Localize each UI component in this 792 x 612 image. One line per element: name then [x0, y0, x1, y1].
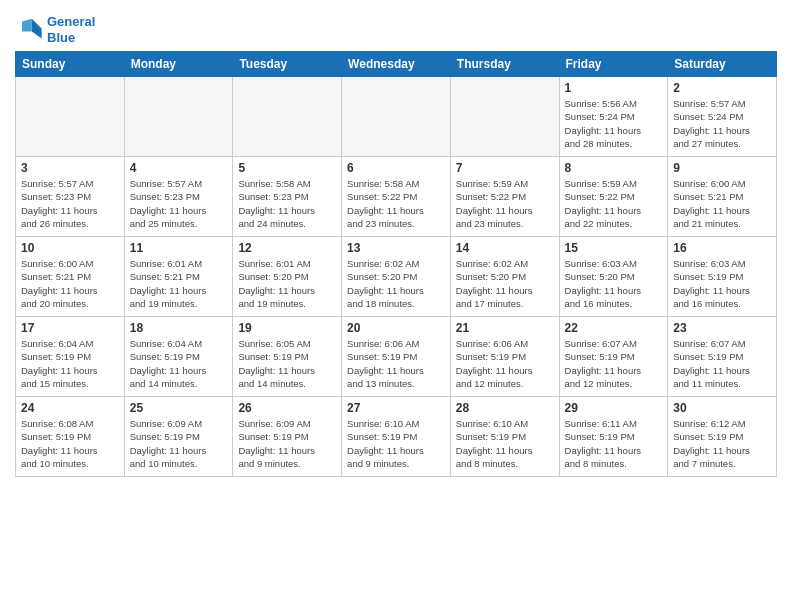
week-row-2: 3Sunrise: 5:57 AM Sunset: 5:23 PM Daylig… — [16, 157, 777, 237]
logo-icon — [15, 16, 43, 44]
week-row-1: 1Sunrise: 5:56 AM Sunset: 5:24 PM Daylig… — [16, 77, 777, 157]
day-info: Sunrise: 6:06 AM Sunset: 5:19 PM Dayligh… — [347, 337, 445, 390]
day-number: 5 — [238, 161, 336, 175]
day-info: Sunrise: 5:56 AM Sunset: 5:24 PM Dayligh… — [565, 97, 663, 150]
calendar-cell — [450, 77, 559, 157]
day-number: 9 — [673, 161, 771, 175]
day-info: Sunrise: 6:11 AM Sunset: 5:19 PM Dayligh… — [565, 417, 663, 470]
calendar-cell — [342, 77, 451, 157]
day-number: 18 — [130, 321, 228, 335]
day-info: Sunrise: 6:01 AM Sunset: 5:20 PM Dayligh… — [238, 257, 336, 310]
day-number: 28 — [456, 401, 554, 415]
day-info: Sunrise: 6:09 AM Sunset: 5:19 PM Dayligh… — [238, 417, 336, 470]
week-row-5: 24Sunrise: 6:08 AM Sunset: 5:19 PM Dayli… — [16, 397, 777, 477]
day-info: Sunrise: 6:12 AM Sunset: 5:19 PM Dayligh… — [673, 417, 771, 470]
calendar-cell: 18Sunrise: 6:04 AM Sunset: 5:19 PM Dayli… — [124, 317, 233, 397]
calendar-cell: 26Sunrise: 6:09 AM Sunset: 5:19 PM Dayli… — [233, 397, 342, 477]
day-info: Sunrise: 6:02 AM Sunset: 5:20 PM Dayligh… — [347, 257, 445, 310]
weekday-header-saturday: Saturday — [668, 52, 777, 77]
calendar-cell: 16Sunrise: 6:03 AM Sunset: 5:19 PM Dayli… — [668, 237, 777, 317]
day-info: Sunrise: 6:05 AM Sunset: 5:19 PM Dayligh… — [238, 337, 336, 390]
day-info: Sunrise: 6:08 AM Sunset: 5:19 PM Dayligh… — [21, 417, 119, 470]
weekday-header-monday: Monday — [124, 52, 233, 77]
day-info: Sunrise: 5:57 AM Sunset: 5:23 PM Dayligh… — [21, 177, 119, 230]
calendar-cell: 30Sunrise: 6:12 AM Sunset: 5:19 PM Dayli… — [668, 397, 777, 477]
calendar-cell: 28Sunrise: 6:10 AM Sunset: 5:19 PM Dayli… — [450, 397, 559, 477]
day-info: Sunrise: 5:57 AM Sunset: 5:23 PM Dayligh… — [130, 177, 228, 230]
day-number: 26 — [238, 401, 336, 415]
calendar-cell: 3Sunrise: 5:57 AM Sunset: 5:23 PM Daylig… — [16, 157, 125, 237]
day-info: Sunrise: 6:07 AM Sunset: 5:19 PM Dayligh… — [565, 337, 663, 390]
day-number: 8 — [565, 161, 663, 175]
calendar-cell: 23Sunrise: 6:07 AM Sunset: 5:19 PM Dayli… — [668, 317, 777, 397]
calendar-cell: 13Sunrise: 6:02 AM Sunset: 5:20 PM Dayli… — [342, 237, 451, 317]
day-number: 20 — [347, 321, 445, 335]
day-info: Sunrise: 6:06 AM Sunset: 5:19 PM Dayligh… — [456, 337, 554, 390]
calendar-cell: 4Sunrise: 5:57 AM Sunset: 5:23 PM Daylig… — [124, 157, 233, 237]
day-info: Sunrise: 5:57 AM Sunset: 5:24 PM Dayligh… — [673, 97, 771, 150]
day-number: 7 — [456, 161, 554, 175]
day-info: Sunrise: 6:03 AM Sunset: 5:19 PM Dayligh… — [673, 257, 771, 310]
day-number: 29 — [565, 401, 663, 415]
day-info: Sunrise: 5:58 AM Sunset: 5:22 PM Dayligh… — [347, 177, 445, 230]
week-row-4: 17Sunrise: 6:04 AM Sunset: 5:19 PM Dayli… — [16, 317, 777, 397]
logo: General Blue — [15, 14, 95, 45]
weekday-header-wednesday: Wednesday — [342, 52, 451, 77]
calendar-cell: 8Sunrise: 5:59 AM Sunset: 5:22 PM Daylig… — [559, 157, 668, 237]
day-info: Sunrise: 6:07 AM Sunset: 5:19 PM Dayligh… — [673, 337, 771, 390]
weekday-header-friday: Friday — [559, 52, 668, 77]
day-number: 17 — [21, 321, 119, 335]
day-info: Sunrise: 6:10 AM Sunset: 5:19 PM Dayligh… — [456, 417, 554, 470]
calendar-cell — [233, 77, 342, 157]
calendar-cell: 12Sunrise: 6:01 AM Sunset: 5:20 PM Dayli… — [233, 237, 342, 317]
day-number: 12 — [238, 241, 336, 255]
logo-text: General Blue — [47, 14, 95, 45]
day-number: 2 — [673, 81, 771, 95]
day-number: 25 — [130, 401, 228, 415]
day-info: Sunrise: 6:04 AM Sunset: 5:19 PM Dayligh… — [21, 337, 119, 390]
day-number: 27 — [347, 401, 445, 415]
day-info: Sunrise: 6:03 AM Sunset: 5:20 PM Dayligh… — [565, 257, 663, 310]
day-number: 21 — [456, 321, 554, 335]
weekday-header-thursday: Thursday — [450, 52, 559, 77]
day-number: 14 — [456, 241, 554, 255]
calendar-cell: 17Sunrise: 6:04 AM Sunset: 5:19 PM Dayli… — [16, 317, 125, 397]
day-number: 10 — [21, 241, 119, 255]
calendar-cell: 9Sunrise: 6:00 AM Sunset: 5:21 PM Daylig… — [668, 157, 777, 237]
calendar-table: SundayMondayTuesdayWednesdayThursdayFrid… — [15, 51, 777, 477]
calendar-cell: 2Sunrise: 5:57 AM Sunset: 5:24 PM Daylig… — [668, 77, 777, 157]
calendar-cell: 27Sunrise: 6:10 AM Sunset: 5:19 PM Dayli… — [342, 397, 451, 477]
weekday-header-tuesday: Tuesday — [233, 52, 342, 77]
calendar-cell: 10Sunrise: 6:00 AM Sunset: 5:21 PM Dayli… — [16, 237, 125, 317]
calendar-cell: 20Sunrise: 6:06 AM Sunset: 5:19 PM Dayli… — [342, 317, 451, 397]
day-info: Sunrise: 6:00 AM Sunset: 5:21 PM Dayligh… — [21, 257, 119, 310]
calendar-cell: 6Sunrise: 5:58 AM Sunset: 5:22 PM Daylig… — [342, 157, 451, 237]
calendar-cell: 5Sunrise: 5:58 AM Sunset: 5:23 PM Daylig… — [233, 157, 342, 237]
calendar-cell: 19Sunrise: 6:05 AM Sunset: 5:19 PM Dayli… — [233, 317, 342, 397]
calendar-cell: 1Sunrise: 5:56 AM Sunset: 5:24 PM Daylig… — [559, 77, 668, 157]
day-number: 16 — [673, 241, 771, 255]
day-info: Sunrise: 6:02 AM Sunset: 5:20 PM Dayligh… — [456, 257, 554, 310]
day-number: 15 — [565, 241, 663, 255]
day-number: 24 — [21, 401, 119, 415]
day-info: Sunrise: 5:59 AM Sunset: 5:22 PM Dayligh… — [456, 177, 554, 230]
day-number: 19 — [238, 321, 336, 335]
day-info: Sunrise: 6:09 AM Sunset: 5:19 PM Dayligh… — [130, 417, 228, 470]
week-row-3: 10Sunrise: 6:00 AM Sunset: 5:21 PM Dayli… — [16, 237, 777, 317]
day-number: 13 — [347, 241, 445, 255]
day-info: Sunrise: 5:59 AM Sunset: 5:22 PM Dayligh… — [565, 177, 663, 230]
calendar-cell: 11Sunrise: 6:01 AM Sunset: 5:21 PM Dayli… — [124, 237, 233, 317]
day-number: 4 — [130, 161, 228, 175]
day-number: 1 — [565, 81, 663, 95]
day-number: 6 — [347, 161, 445, 175]
day-info: Sunrise: 6:04 AM Sunset: 5:19 PM Dayligh… — [130, 337, 228, 390]
calendar-cell: 25Sunrise: 6:09 AM Sunset: 5:19 PM Dayli… — [124, 397, 233, 477]
day-info: Sunrise: 5:58 AM Sunset: 5:23 PM Dayligh… — [238, 177, 336, 230]
day-info: Sunrise: 6:10 AM Sunset: 5:19 PM Dayligh… — [347, 417, 445, 470]
day-info: Sunrise: 6:01 AM Sunset: 5:21 PM Dayligh… — [130, 257, 228, 310]
day-number: 23 — [673, 321, 771, 335]
calendar-cell: 24Sunrise: 6:08 AM Sunset: 5:19 PM Dayli… — [16, 397, 125, 477]
calendar-cell: 22Sunrise: 6:07 AM Sunset: 5:19 PM Dayli… — [559, 317, 668, 397]
day-info: Sunrise: 6:00 AM Sunset: 5:21 PM Dayligh… — [673, 177, 771, 230]
calendar-cell: 7Sunrise: 5:59 AM Sunset: 5:22 PM Daylig… — [450, 157, 559, 237]
